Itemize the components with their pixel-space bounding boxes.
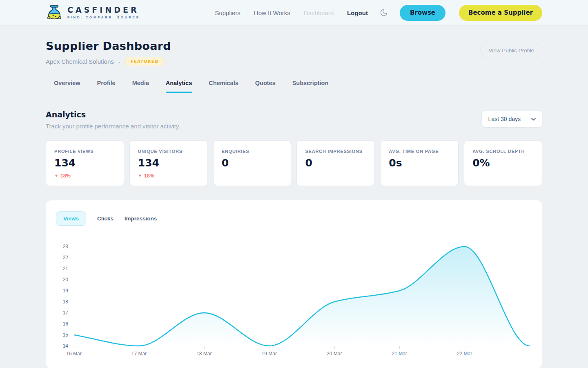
stat-value: 0 xyxy=(305,157,366,169)
stat-value: 0s xyxy=(389,157,450,169)
stat-delta: ▼18% xyxy=(138,173,199,179)
moon-icon[interactable] xyxy=(380,9,388,17)
y-axis-label: 14 xyxy=(56,343,68,349)
stat-value: 0 xyxy=(222,157,283,169)
chevron-down-icon xyxy=(531,118,536,121)
y-axis-label: 21 xyxy=(56,266,68,272)
views-chart-card: Views Clicks Impressions 232221201918171… xyxy=(46,200,542,368)
tab-analytics[interactable]: Analytics xyxy=(166,80,192,93)
stat-value: 134 xyxy=(54,157,116,169)
browse-button[interactable]: Browse xyxy=(400,5,445,21)
trend-down-icon: ▼ xyxy=(54,173,58,178)
brand-logo[interactable]: CASFINDER FIND. COMPARE. SOURCE xyxy=(46,4,140,21)
y-axis-label: 20 xyxy=(56,277,68,283)
x-axis-label: 17 Mar xyxy=(131,351,147,357)
tab-quotes[interactable]: Quotes xyxy=(255,80,276,93)
stat-card-profile-views: PROFILE VIEWS 134 ▼18% xyxy=(46,140,124,186)
chart-area: 2322212019181716151416 Mar17 Mar18 Mar19… xyxy=(56,241,532,368)
chart-area-fill xyxy=(74,247,530,346)
x-axis-label: 22 Mar xyxy=(457,351,472,357)
stat-delta: ▼18% xyxy=(54,173,116,179)
nav-item-how-it-works[interactable]: How It Works xyxy=(254,9,290,16)
flask-icon xyxy=(46,4,63,21)
y-axis-label: 18 xyxy=(56,299,68,305)
separator-dot: · xyxy=(118,58,120,65)
views-line-chart xyxy=(74,245,530,348)
dashboard-tabs: Overview Profile Media Analytics Chemica… xyxy=(46,80,542,93)
stat-card-unique-visitors: UNIQUE VISITORS 134 ▼18% xyxy=(129,140,208,186)
x-axis-label: 18 Mar xyxy=(196,351,212,357)
brand-tagline: FIND. COMPARE. SOURCE xyxy=(67,16,140,19)
nav-item-logout[interactable]: Logout xyxy=(347,9,368,16)
company-name: Apex Chemical Solutions xyxy=(46,58,114,65)
y-axis-label: 15 xyxy=(56,332,68,338)
chart-tab-clicks[interactable]: Clicks xyxy=(97,212,114,225)
become-supplier-button[interactable]: Become a Supplier xyxy=(459,5,542,21)
x-axis-label: 20 Mar xyxy=(327,351,342,357)
trend-down-icon: ▼ xyxy=(138,173,142,178)
chart-tab-impressions[interactable]: Impressions xyxy=(125,212,157,225)
tab-subscription[interactable]: Subscription xyxy=(292,80,329,93)
stat-label: AVG. SCROLL DEPTH xyxy=(472,149,534,154)
x-axis-tick xyxy=(204,346,205,349)
featured-badge: FEATURED xyxy=(125,57,165,66)
x-axis-line xyxy=(72,346,532,346)
tab-chemicals[interactable]: Chemicals xyxy=(209,80,238,93)
stats-row: PROFILE VIEWS 134 ▼18% UNIQUE VISITORS 1… xyxy=(46,140,542,186)
chart-tab-views[interactable]: Views xyxy=(56,211,86,226)
nav-item-dashboard[interactable]: Dashboard xyxy=(304,9,334,16)
stat-card-avg-scroll-depth: AVG. SCROLL DEPTH 0% xyxy=(464,140,542,186)
main-content: Supplier Dashboard Apex Chemical Solutio… xyxy=(0,40,588,368)
y-axis-label: 16 xyxy=(56,321,68,327)
tab-media[interactable]: Media xyxy=(132,80,149,93)
stat-card-avg-time-on-page: AVG. TIME ON PAGE 0s xyxy=(380,140,459,186)
stat-value: 134 xyxy=(138,157,199,169)
stat-label: ENQUIRIES xyxy=(222,149,283,154)
view-public-profile-button[interactable]: View Public Profile xyxy=(480,43,542,58)
x-axis-tick xyxy=(399,346,400,349)
x-axis-label: 21 Mar xyxy=(392,351,407,357)
y-axis-label: 19 xyxy=(56,288,68,294)
page-title: Supplier Dashboard xyxy=(46,40,171,52)
y-axis-label: 23 xyxy=(56,244,68,249)
x-axis-tick xyxy=(334,346,335,349)
x-axis-label: 16 Mar xyxy=(66,351,81,357)
stat-label: PROFILE VIEWS xyxy=(54,149,116,154)
x-axis-tick xyxy=(139,346,139,349)
stat-label: SEARCH IMPRESSIONS xyxy=(305,149,366,154)
x-axis-label: 19 Mar xyxy=(262,351,277,357)
y-axis-label: 17 xyxy=(56,310,68,316)
stat-card-enquiries: ENQUIRIES 0 xyxy=(213,140,292,186)
tab-overview[interactable]: Overview xyxy=(54,80,80,93)
x-axis-tick xyxy=(74,346,74,349)
tab-profile[interactable]: Profile xyxy=(97,80,116,93)
analytics-section-subtitle: Track your profile performance and visit… xyxy=(46,123,180,130)
x-axis-tick xyxy=(269,346,270,349)
date-range-select[interactable]: Last 30 days xyxy=(482,111,542,127)
chart-metric-tabs: Views Clicks Impressions xyxy=(56,211,532,226)
brand-name: CASFINDER xyxy=(67,6,140,14)
stat-label: UNIQUE VISITORS xyxy=(138,149,199,154)
stat-card-search-impressions: SEARCH IMPRESSIONS 0 xyxy=(296,140,375,186)
nav-item-suppliers[interactable]: Suppliers xyxy=(215,9,241,16)
stat-label: AVG. TIME ON PAGE xyxy=(389,149,450,154)
x-axis-tick xyxy=(465,346,465,349)
stat-value: 0% xyxy=(472,157,534,169)
date-range-value: Last 30 days xyxy=(488,116,521,122)
analytics-section-title: Analytics xyxy=(46,110,180,119)
nav-links: Suppliers How It Works Dashboard Logout … xyxy=(215,5,542,21)
top-navbar: CASFINDER FIND. COMPARE. SOURCE Supplier… xyxy=(0,0,588,26)
y-axis-label: 22 xyxy=(56,255,68,260)
